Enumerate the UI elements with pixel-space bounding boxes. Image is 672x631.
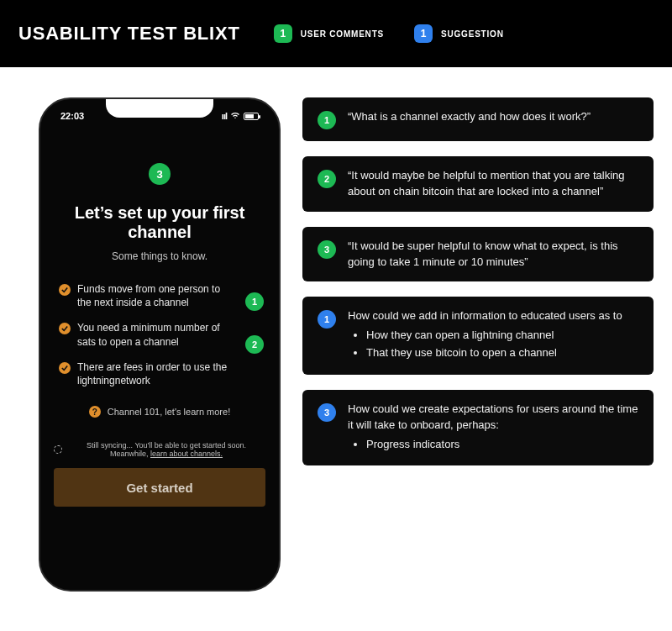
bullet-item: You need a minimum number of sats to ope… xyxy=(59,321,260,348)
card-text: “It would be super helpful to know what … xyxy=(348,239,638,271)
card-badge: 1 xyxy=(318,310,336,329)
card-body: How could we add in information to educa… xyxy=(348,308,622,363)
legend-user-comments: 1 USER COMMENTS xyxy=(274,24,384,43)
spinner-icon xyxy=(54,445,62,454)
phone-notch xyxy=(106,99,213,118)
battery-icon xyxy=(244,113,259,120)
status-right: ııl xyxy=(222,111,259,121)
check-icon xyxy=(59,284,71,296)
bullet-text: There are fees in order to use the light… xyxy=(77,360,237,387)
card-badge: 2 xyxy=(318,170,336,188)
page-title: USABILITY TEST BLIXT xyxy=(18,23,240,45)
cards-column: 1 “What is a channel exactly and how doe… xyxy=(302,97,654,592)
badge-suggestion: 1 xyxy=(414,24,433,43)
syncing-text: Still syncing... You'll be able to get s… xyxy=(67,441,265,458)
suggestion-card: 3 How could we create expectations for u… xyxy=(302,390,654,466)
card-body: How could we create expectations for use… xyxy=(348,402,638,455)
bullet-item: There are fees in order to use the light… xyxy=(59,360,260,387)
check-icon xyxy=(59,323,71,334)
learn-channels-link[interactable]: learn about channels. xyxy=(150,450,223,458)
legend-label: USER COMMENTS xyxy=(301,29,384,39)
comment-card: 3 “It would be super helpful to know wha… xyxy=(302,227,654,282)
phone-title: Let’s set up your first channel xyxy=(54,203,265,242)
syncing-notice: Still syncing... You'll be able to get s… xyxy=(54,441,265,458)
annotation-badge-1: 1 xyxy=(245,292,264,311)
card-badge: 3 xyxy=(318,240,336,259)
card-list: How they can open a lightning channel Th… xyxy=(366,328,622,361)
header: USABILITY TEST BLIXT 1 USER COMMENTS 1 S… xyxy=(0,0,672,67)
signal-icon: ııl xyxy=(222,111,227,121)
list-item: That they use bitcoin to open a channel xyxy=(366,345,622,361)
bullet-item: Funds move from one person to the next i… xyxy=(59,282,260,309)
card-text: “It would maybe be helpful to mention th… xyxy=(348,168,638,200)
list-item: How they can open a lightning channel xyxy=(366,328,622,344)
list-item: Progress indicators xyxy=(366,437,638,453)
comment-card: 1 “What is a channel exactly and how doe… xyxy=(302,97,654,141)
get-started-button[interactable]: Get started xyxy=(54,468,265,507)
learn-text: Channel 101, let's learn more! xyxy=(108,407,230,417)
legend-suggestion: 1 SUGGESTION xyxy=(414,24,504,43)
card-text: How could we add in information to educa… xyxy=(348,309,622,322)
card-text: “What is a channel exactly and how does … xyxy=(348,109,591,129)
annotation-badge-3: 3 xyxy=(149,163,171,185)
legend-label: SUGGESTION xyxy=(441,29,504,39)
card-list: Progress indicators xyxy=(366,437,638,453)
phone-head: 3 Let’s set up your first channel Some t… xyxy=(54,163,265,262)
bullet-text: Funds move from one person to the next i… xyxy=(77,282,237,309)
card-badge: 3 xyxy=(318,403,336,422)
legend: 1 USER COMMENTS 1 SUGGESTION xyxy=(274,24,504,43)
stage: 22:03 ııl 3 Let’s set up your first chan… xyxy=(0,67,672,592)
question-icon: ? xyxy=(89,406,101,418)
wifi-icon xyxy=(230,111,240,121)
bullet-text: You need a minimum number of sats to ope… xyxy=(77,321,237,348)
suggestion-card: 1 How could we add in information to edu… xyxy=(302,297,654,375)
card-badge: 1 xyxy=(318,111,336,129)
learn-more[interactable]: ? Channel 101, let's learn more! xyxy=(54,406,265,418)
status-time: 22:03 xyxy=(60,111,84,121)
check-icon xyxy=(59,362,71,374)
annotation-badge-2: 2 xyxy=(245,335,264,354)
phone-mock: 22:03 ııl 3 Let’s set up your first chan… xyxy=(39,97,281,592)
bullet-list: Funds move from one person to the next i… xyxy=(54,282,265,387)
comment-card: 2 “It would maybe be helpful to mention … xyxy=(302,156,654,212)
badge-user-comments: 1 xyxy=(274,24,292,43)
phone-subtitle: Some things to know. xyxy=(112,250,207,262)
card-text: How could we create expectations for use… xyxy=(348,402,638,431)
